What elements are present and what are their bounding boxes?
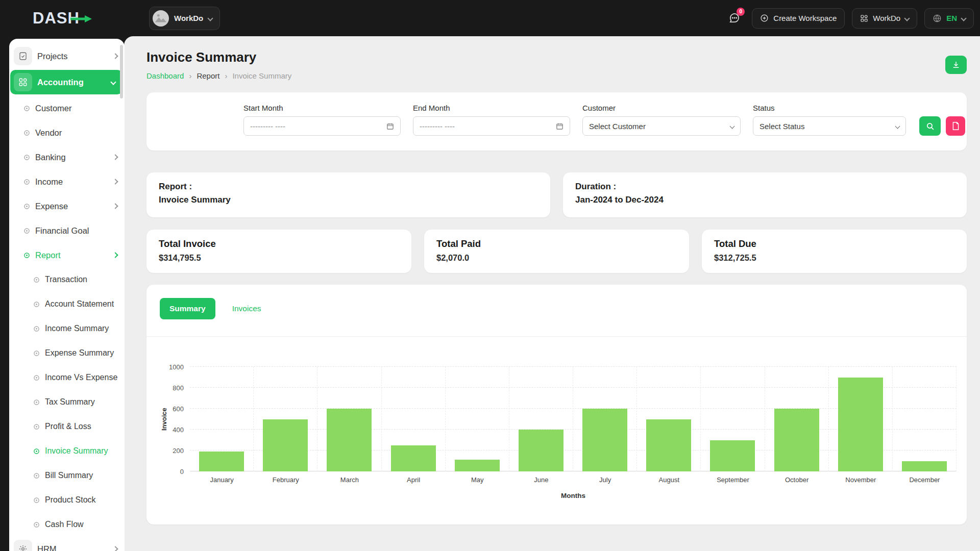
x-tick-label: January [190,476,254,484]
bar-may [455,460,500,471]
sidebar-item-income[interactable]: Income [9,169,125,194]
sidebar-item-invoice-summary[interactable]: Invoice Summary [9,439,125,463]
breadcrumb-dashboard-link[interactable]: Dashboard [146,71,184,80]
customer-select[interactable]: Select Customer [582,116,741,136]
x-tick-label: June [509,476,573,484]
x-tick-label: August [637,476,701,484]
bar-august [646,419,691,472]
sidebar-item-label: Report [35,251,61,260]
calendar-icon [556,122,564,130]
sidebar-item-account-statement[interactable]: Account Statement [9,292,125,316]
chart-plot: 02004006008001000 [190,367,957,471]
chevron-right-icon [112,53,118,59]
sidebar-item-vendor[interactable]: Vendor [9,120,125,145]
bar-september [710,440,755,472]
sidebar-item-expense[interactable]: Expense [9,194,125,218]
sidebar-item-report[interactable]: Report [9,243,125,267]
bar-column-june [509,367,573,471]
bullet-icon [33,399,40,406]
reset-filter-button[interactable] [946,116,965,136]
sidebar-item-label: Product Stock [45,495,96,505]
bar-column-january [190,367,254,471]
chevron-down-icon [208,15,213,21]
bullet-icon [33,350,40,357]
end-month-field: End Month --------- ---- [413,104,570,136]
x-tick-label: May [446,476,509,484]
page-header: Invoice Summary Dashboard › Report › Inv… [146,49,967,80]
invoice-bar-chart: Invoice 02004006008001000 JanuaryFebruar… [190,367,957,499]
sidebar-item-transaction[interactable]: Transaction [9,267,125,292]
bar-column-august [637,367,701,471]
status-field: Status Select Status [753,104,906,136]
sidebar-item-profit-loss[interactable]: Profit & Loss [9,414,125,439]
chevron-right-icon [112,546,118,551]
customer-field: Customer Select Customer [582,104,741,136]
globe-icon [933,14,942,23]
workdo-apps-button[interactable]: WorkDo [852,8,917,29]
sidebar-item-label: Accounting [37,78,84,87]
bullet-icon [23,154,30,161]
status-select[interactable]: Select Status [753,116,906,136]
info-row: Report : Invoice Summary Duration : Jan-… [146,172,967,217]
breadcrumb-separator: › [189,71,191,80]
chevron-right-icon [112,154,118,160]
sidebar-item-tax-summary[interactable]: Tax Summary [9,390,125,414]
bar-june [519,430,564,471]
sidebar-item-label: Projects [37,52,68,61]
sidebar-item-projects[interactable]: Projects [9,44,125,68]
messenger-button[interactable]: 0 [723,8,745,29]
x-axis-title: Months [190,492,957,499]
create-workspace-label: Create Workspace [773,14,837,22]
tab-invoices[interactable]: Invoices [223,298,271,319]
chevron-right-icon [112,252,118,258]
grid-icon [860,14,868,22]
breadcrumb-current: Invoice Summary [232,71,291,80]
sidebar-item-hrm[interactable]: HRM [9,537,125,551]
bullet-icon [33,521,40,528]
sidebar-item-accounting[interactable]: Accounting [10,70,122,94]
workspace-switcher[interactable]: WorkDo [149,7,220,30]
sidebar-item-bill-summary[interactable]: Bill Summary [9,463,125,488]
x-axis-labels: JanuaryFebruaryMarchAprilMayJuneJulyAugu… [190,476,957,484]
language-selector[interactable]: EN [924,8,974,29]
bar-column-july [573,367,637,471]
sidebar-item-label: Tax Summary [45,397,95,407]
breadcrumb-separator: › [225,71,227,80]
tab-summary[interactable]: Summary [160,298,215,319]
bullet-icon [33,374,40,381]
chart-tabs: Summary Invoices [146,285,967,319]
sidebar-item-financial-goal[interactable]: Financial Goal [9,218,125,243]
start-month-input[interactable]: --------- ---- [243,116,401,136]
sidebar-item-cash-flow[interactable]: Cash Flow [9,512,125,537]
sidebar-item-expense-summary[interactable]: Expense Summary [9,341,125,365]
x-tick-label: February [254,476,317,484]
sidebar-menu: ProjectsAccountingCustomerVendorBankingI… [9,44,125,551]
sidebar-item-label: Profit & Loss [45,422,91,431]
search-button[interactable] [919,116,941,136]
sidebar-item-label: Income Summary [45,324,109,333]
end-month-placeholder: --------- ---- [420,122,455,131]
bar-february [263,419,308,472]
workspace-name: WorkDo [174,14,203,22]
x-tick-label: September [701,476,765,484]
bullet-icon [33,423,40,430]
breadcrumb-report: Report [197,71,219,80]
sidebar-item-income-summary[interactable]: Income Summary [9,316,125,341]
download-button[interactable] [945,56,967,74]
sidebar-item-product-stock[interactable]: Product Stock [9,488,125,512]
chart-card: Summary Invoices Invoice 020040060080010… [146,285,967,524]
chevron-down-icon [110,79,116,85]
end-month-input[interactable]: --------- ---- [413,116,570,136]
sidebar-item-customer[interactable]: Customer [9,96,125,120]
sidebar-item-banking[interactable]: Banking [9,145,125,169]
app-logo: DASH [33,9,80,28]
stat-value: $312,725.5 [714,253,954,263]
bar-column-february [254,367,317,471]
logo-area: DASH [0,9,125,28]
duration-card: Duration : Jan-2024 to Dec-2024 [563,172,967,217]
create-workspace-button[interactable]: Create Workspace [752,8,845,29]
stat-card-total-invoice: Total Invoice $314,795.5 [146,230,411,273]
sidebar-item-label: Income [35,177,63,187]
sidebar-scrollbar[interactable] [120,45,123,98]
sidebar-item-income-vs-expense[interactable]: Income Vs Expense [9,365,125,390]
